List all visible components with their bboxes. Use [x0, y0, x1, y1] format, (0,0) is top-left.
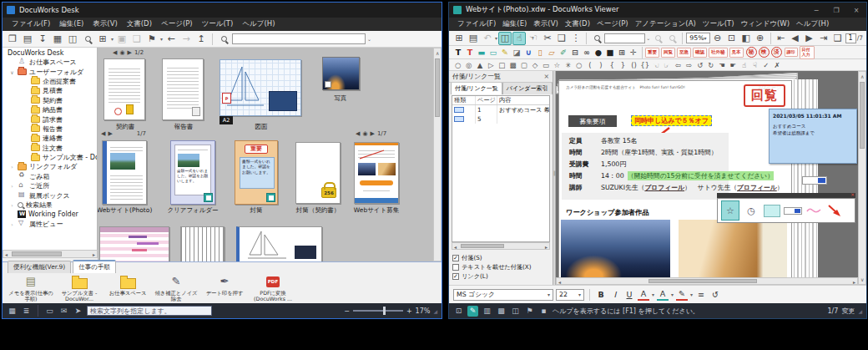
history-button[interactable]: ↺	[709, 288, 721, 301]
copy-page-icon[interactable]: ❑	[831, 32, 845, 45]
expander-icon[interactable]: ›	[9, 202, 15, 208]
layout-icon[interactable]: ▩	[496, 306, 507, 317]
annotation-tool-icon[interactable]: T	[452, 47, 464, 58]
shape-tool-icon[interactable]: ▷	[486, 61, 497, 69]
column-header[interactable]: 種類	[452, 96, 476, 104]
viewer-menu-item[interactable]: ヘルプ(H)	[793, 18, 832, 30]
shape-tool-icon[interactable]: ▢	[518, 61, 529, 69]
profile-link[interactable]: プロフィール	[644, 183, 684, 192]
shape-tool-icon[interactable]: ☟	[749, 61, 760, 69]
panel-close-icon[interactable]: ×	[543, 73, 549, 80]
tab-convenient-functions[interactable]: 便利な機能(Ver.9)	[8, 261, 71, 273]
viewer-menu-item[interactable]: 文書(D)	[562, 18, 593, 30]
infoview-icon[interactable]: ◫	[66, 33, 79, 46]
viewer-menu-item[interactable]: アノテーション(A)	[632, 18, 699, 30]
send-icon[interactable]: ➤	[73, 306, 83, 317]
checkbox[interactable]: ✓	[452, 273, 459, 280]
up-icon[interactable]: ↥	[194, 33, 208, 46]
binder-icon[interactable]: ❐	[6, 33, 19, 46]
shape-tool-icon[interactable]: ⇨	[684, 61, 694, 69]
resize-grip-icon[interactable]: ◢	[858, 308, 862, 314]
desk-vscrollbar[interactable]: ∧	[433, 48, 442, 261]
italic-button[interactable]: I	[609, 288, 621, 301]
pages-icon[interactable]: ⊞	[452, 32, 466, 45]
edit-mode-icon[interactable]: ✎	[467, 306, 478, 317]
annotation-tool-icon[interactable]: ✐	[558, 47, 569, 58]
doc-thumb-drawing[interactable]: P	[220, 59, 301, 116]
tree-item[interactable]: 連絡書	[3, 134, 97, 143]
bold-button[interactable]: B	[595, 288, 607, 301]
stamp-icon[interactable]: ▣	[115, 33, 129, 46]
expander-icon[interactable]: ›	[9, 221, 15, 227]
annotation-tool-icon[interactable]: ⊟	[569, 47, 581, 58]
photo-thumb[interactable]	[322, 57, 360, 90]
profile-link[interactable]: プロフィール	[737, 183, 777, 192]
annotation-tool-icon[interactable]: ∪	[522, 47, 534, 58]
filter-checkbox-row[interactable]: ✓ 付箋(S)	[452, 253, 553, 262]
zoom-in-icon[interactable]: ⊕	[754, 32, 767, 45]
date-stamp-button[interactable]: 課印	[785, 48, 798, 57]
desk-menu-item[interactable]: 編集(E)	[55, 18, 88, 30]
pager-stack-icon[interactable]: ◉	[362, 130, 367, 137]
desk-menu-item[interactable]: ヘルプ(H)	[238, 18, 279, 30]
annotation-tool-icon[interactable]: ⊞	[616, 47, 628, 58]
search-prev-icon[interactable]	[651, 32, 664, 45]
shape-tool-icon[interactable]: ▭	[541, 61, 552, 69]
edge-sticky-sample-icon[interactable]	[784, 200, 802, 221]
shape-tool-icon[interactable]: ⇦	[673, 61, 684, 69]
last-page-icon[interactable]: ⇥	[817, 32, 830, 45]
round-stamp-button[interactable]: 秘	[746, 47, 757, 58]
tree-item[interactable]: › ご近所	[3, 181, 97, 190]
thumbnail-view-icon[interactable]: ▦	[7, 306, 18, 317]
annotation-tool-icon[interactable]: ■	[604, 47, 616, 58]
fit-window-icon[interactable]: ◫	[498, 32, 512, 45]
search-next-icon[interactable]	[665, 32, 679, 45]
link-tool-icon[interactable]: ⚑	[145, 33, 159, 46]
next-page-icon[interactable]: ▶	[803, 32, 816, 45]
annotation-tool-icon[interactable]: ◪	[511, 47, 522, 58]
doc-thumb-spreadsheet[interactable]	[99, 226, 169, 261]
undo-icon[interactable]: ↶	[481, 32, 494, 45]
doc-thumb-website-photo[interactable]	[102, 140, 147, 205]
back-icon[interactable]: ←	[164, 33, 178, 46]
shape-tool-icon[interactable]: ✗	[771, 61, 782, 69]
import-icon[interactable]: ↧	[36, 33, 49, 46]
annotation-tool-icon[interactable]: T	[464, 47, 476, 58]
zoom-slider[interactable]	[353, 310, 403, 312]
desk-menu-item[interactable]: ページ(P)	[157, 18, 197, 30]
action-item[interactable]: お仕事スペース	[104, 275, 151, 296]
zoom-out-label[interactable]: −	[344, 307, 350, 315]
viewer-titlebar[interactable]: Webサイト(Photo).xdw - DocuWorks Viewer − ❐…	[449, 3, 866, 18]
stamp-button[interactable]: 見本	[729, 48, 744, 58]
shape-tool-icon[interactable]: {}	[639, 61, 650, 69]
desk-menu-item[interactable]: 表示(V)	[88, 18, 121, 30]
tab-sticky-link-list[interactable]: 付箋/リンク一覧	[451, 83, 502, 94]
desk-menu-item[interactable]: ツール(T)	[198, 18, 238, 30]
desk-titlebar[interactable]: DocuWorks Desk	[3, 3, 442, 18]
shape-tool-icon[interactable]: ↻	[705, 61, 716, 69]
link-dropdown-icon[interactable]: ▾	[160, 36, 163, 42]
grid-view-icon[interactable]: ⊞	[96, 33, 109, 46]
print-icon[interactable]: ▤	[467, 32, 480, 45]
marker-annotation[interactable]: （開始時間の15分前に受付を済ませてください）	[628, 171, 774, 180]
annotation-tool-icon[interactable]: ▯	[534, 47, 546, 58]
date-stamp-button[interactable]: 日付入力	[800, 46, 815, 59]
desk-search-input[interactable]	[232, 33, 366, 44]
annotation-tool-icon[interactable]: ✎	[499, 47, 511, 58]
filter-checkbox-row[interactable]: テキストを載せた付箋(X)	[452, 262, 553, 271]
expander-icon[interactable]: ›	[9, 183, 15, 189]
pen-color-dropdown-icon[interactable]: ▾	[690, 292, 693, 297]
wave-tool-icon[interactable]	[805, 200, 823, 221]
doc-hscrollbar[interactable]: ◂ ▸	[556, 277, 858, 285]
hand-tool-icon[interactable]: ☜	[527, 32, 540, 45]
thumb-pager-website[interactable]: ◀ ▶ 1/7	[101, 130, 146, 137]
doc-thumb-website-recruit[interactable]	[354, 142, 399, 204]
mail-icon[interactable]: ✉	[58, 306, 69, 317]
shape-tool-icon[interactable]: ◇	[529, 61, 540, 69]
stamp-button[interactable]: 回覧	[661, 48, 675, 58]
save-icon[interactable]: ▦	[51, 33, 64, 46]
pen-color-button[interactable]: ✎	[676, 288, 688, 301]
desk-menu-item[interactable]: 文書(D)	[123, 18, 156, 30]
stamp-button[interactable]: 社外秘	[709, 48, 728, 58]
table-row[interactable]: 1 おすすめコース 希	[452, 105, 549, 114]
